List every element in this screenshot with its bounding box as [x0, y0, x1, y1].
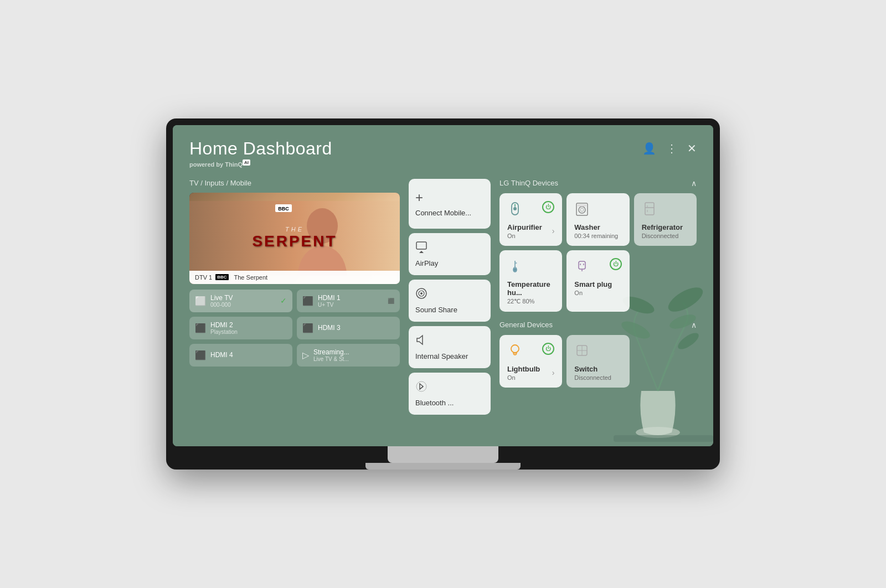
middle-panel: + Connect Mobile... AirPlay	[409, 179, 491, 415]
smartplug-tile[interactable]: ⏻ Smart plug On	[566, 250, 629, 312]
right-panel: LG ThinQ Devices ∧ ⏻	[499, 179, 697, 415]
input-tile-streaming[interactable]: ▷ Streaming... Live TV & St...	[297, 344, 400, 367]
input-tile-hdmi3[interactable]: ⬛ HDMI 3	[297, 317, 400, 339]
switch-name: Switch	[574, 365, 611, 373]
input-tile-live-tv[interactable]: ⬜ Live TV 000-000 ✓	[189, 290, 292, 312]
streaming-icon: ▷	[302, 350, 309, 360]
input-grid: ⬜ Live TV 000-000 ✓ ⬛ HDMI 1 U+ TV	[189, 290, 400, 367]
washer-name: Washer	[574, 223, 618, 231]
temperature-name: Temperature hu...	[507, 280, 554, 297]
tv-show: The Serpent	[234, 274, 268, 281]
svg-point-21	[514, 204, 516, 205]
monitor-icon: ⬜	[195, 296, 206, 306]
lightbulb-name: Lightbulb	[507, 365, 540, 373]
refrigerator-status: Disconnected	[642, 233, 683, 239]
sound-share-label: Sound Share	[415, 306, 457, 314]
connect-mobile-label: Connect Mobile...	[415, 209, 471, 217]
washer-status: 00:34 remaining	[574, 233, 618, 239]
general-collapse-btn[interactable]: ∧	[691, 321, 697, 329]
live-tv-sub: 000-000	[210, 302, 233, 308]
hdmi3-label: HDMI 3	[318, 324, 341, 332]
general-devices-grid: ⏻ Lightbulb On ›	[499, 335, 697, 388]
sound-share-icon	[415, 287, 427, 302]
plus-icon: +	[415, 190, 423, 205]
switch-tile[interactable]: Switch Disconnected	[566, 335, 629, 388]
switch-icon	[574, 343, 590, 360]
svg-point-31	[516, 262, 517, 264]
airplay-label: AirPlay	[415, 259, 438, 267]
svg-rect-26	[645, 203, 654, 215]
smartplug-name: Smart plug	[574, 280, 612, 288]
smartplug-status: On	[574, 290, 612, 296]
svg-point-23	[579, 207, 585, 213]
lightbulb-status: On	[507, 374, 540, 381]
internal-speaker-label: Internal Speaker	[415, 352, 468, 360]
more-options-icon[interactable]: ⋮	[666, 142, 677, 155]
bluetooth-tile[interactable]: Bluetooth ...	[409, 373, 491, 415]
connect-mobile-tile[interactable]: + Connect Mobile...	[409, 179, 491, 229]
airpurifier-name: Airpurifier	[507, 223, 542, 231]
thinq-collapse-btn[interactable]: ∧	[691, 179, 697, 188]
temperature-icon	[507, 258, 523, 276]
hdmi4-icon: ⬛	[195, 350, 206, 360]
lightbulb-power-btn[interactable]: ⏻	[542, 343, 554, 355]
refrigerator-icon	[642, 201, 657, 219]
airpurifier-power-btn[interactable]: ⏻	[542, 201, 554, 213]
airpurifier-tile[interactable]: ⏻ Airpurifier On ›	[499, 193, 562, 246]
hdmi4-label: HDMI 4	[210, 351, 233, 359]
show-the-text: THE	[252, 226, 337, 233]
header: Home Dashboard powered by ThinQAI 👤 ⋮ ✕	[189, 138, 697, 168]
tv-stand-base	[365, 463, 521, 470]
svg-text:BBC: BBC	[278, 206, 289, 212]
svg-marker-12	[419, 251, 424, 253]
header-actions: 👤 ⋮ ✕	[642, 138, 697, 155]
hdmi1-sub: U+ TV	[318, 302, 341, 308]
user-icon[interactable]: 👤	[642, 142, 656, 155]
temperature-tile[interactable]: Temperature hu... 22℃ 80%	[499, 250, 562, 312]
hdmi2-label: HDMI 2	[210, 321, 238, 329]
close-icon[interactable]: ✕	[687, 142, 697, 155]
airpurifier-chevron-icon: ›	[552, 226, 555, 235]
lightbulb-tile[interactable]: ⏻ Lightbulb On ›	[499, 335, 562, 388]
svg-rect-25	[578, 204, 586, 207]
svg-point-30	[513, 268, 517, 271]
input-tile-hdmi4[interactable]: ⬛ HDMI 4	[189, 344, 292, 367]
tv-stand	[388, 446, 498, 463]
svg-point-36	[511, 345, 519, 353]
main-content: TV / Inputs / Mobile	[189, 179, 697, 415]
tv-frame: Home Dashboard powered by ThinQAI 👤 ⋮ ✕ …	[166, 118, 720, 470]
hdmi2-sub: Playstation	[210, 329, 238, 335]
refrigerator-tile[interactable]: Refrigerator Disconnected	[634, 193, 697, 246]
airplay-tile[interactable]: AirPlay	[409, 233, 491, 275]
header-title-block: Home Dashboard powered by ThinQAI	[189, 138, 332, 168]
general-section-label: General Devices	[499, 321, 553, 329]
refrigerator-name: Refrigerator	[642, 223, 683, 231]
tv-preview-info: DTV 1 BBC The Serpent	[189, 271, 400, 284]
thinq-devices-section: LG ThinQ Devices ∧ ⏻	[499, 179, 697, 312]
sound-share-tile[interactable]: Sound Share	[409, 280, 491, 322]
left-panel: TV / Inputs / Mobile	[189, 179, 400, 415]
bluetooth-icon	[415, 380, 427, 395]
active-check-icon: ✓	[280, 296, 287, 305]
page-title: Home Dashboard	[189, 138, 332, 159]
page-subtitle: powered by ThinQAI	[189, 160, 332, 168]
smartplug-icon	[574, 258, 590, 276]
airplay-icon	[415, 241, 427, 256]
streaming-label: Streaming...	[313, 348, 349, 356]
smartplug-power-btn[interactable]: ⏻	[610, 258, 622, 270]
airpurifier-status: On	[507, 233, 542, 239]
general-section-header: General Devices ∧	[499, 321, 697, 329]
thinq-section-header: LG ThinQ Devices ∧	[499, 179, 697, 188]
tv-channel: DTV 1	[195, 274, 212, 281]
general-devices-section: General Devices ∧ ⏻	[499, 321, 697, 388]
washer-tile[interactable]: Washer 00:34 remaining	[566, 193, 629, 246]
input-tile-hdmi2[interactable]: ⬛ HDMI 2 Playstation	[189, 317, 292, 339]
tv-screen: Home Dashboard powered by ThinQAI 👤 ⋮ ✕ …	[173, 125, 713, 446]
switch-status: Disconnected	[574, 374, 611, 381]
thinq-devices-grid: ⏻ Airpurifier On ›	[499, 193, 697, 312]
internal-speaker-icon	[415, 334, 427, 349]
input-tile-hdmi1[interactable]: ⬛ HDMI 1 U+ TV ⬛	[297, 290, 400, 312]
internal-speaker-tile[interactable]: Internal Speaker	[409, 326, 491, 368]
tv-preview[interactable]: BBC THE SERPENT DTV 1 BBC The Serpent	[189, 193, 400, 284]
hdmi-icon: ⬛	[302, 296, 313, 306]
